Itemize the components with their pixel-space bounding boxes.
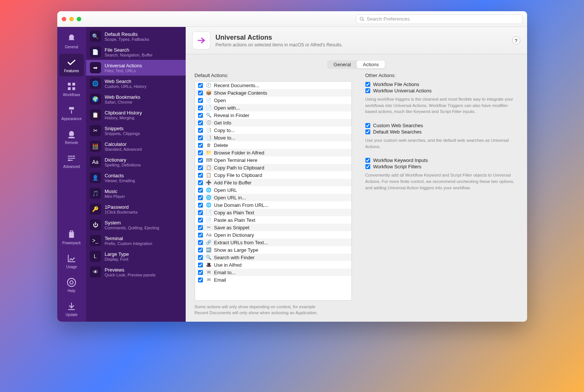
action-row[interactable]: 📄Open with... (195, 104, 352, 111)
action-row[interactable]: 🗑Delete (195, 141, 352, 149)
action-row[interactable]: 📋Copy File to Clipboard (195, 171, 352, 179)
other-action-row[interactable]: Workflow Keyword Inputs (365, 157, 518, 163)
action-row[interactable]: 📦Show Package Contents (195, 89, 352, 97)
action-checkbox[interactable] (198, 248, 203, 252)
action-row[interactable]: 🔤Show as Large Type (195, 246, 352, 254)
action-checkbox[interactable] (198, 158, 203, 163)
sidebar-main-powerpack[interactable]: Powerpack (59, 226, 84, 248)
sidebar-item-default-results[interactable]: 🔍Default ResultsScope, Types, Fallbacks (86, 28, 186, 44)
other-action-checkbox[interactable] (365, 123, 370, 128)
action-checkbox[interactable] (198, 135, 203, 140)
action-row[interactable]: ✉Email (195, 276, 352, 284)
action-row[interactable]: ⓘGet Info (195, 119, 352, 126)
other-action-row[interactable]: Workflow Script Filters (365, 163, 518, 170)
action-checkbox[interactable] (198, 91, 203, 95)
sidebar-main-workflows[interactable]: Workflows (59, 78, 84, 100)
sidebar-item-clipboard-history[interactable]: 📋Clipboard HistoryHistory, Merging (86, 107, 186, 123)
action-checkbox[interactable] (198, 255, 203, 260)
sidebar-item-file-search[interactable]: 📄File SearchSearch, Navigation, Buffer (86, 44, 186, 60)
sidebar-item-dictionary[interactable]: AaDictionarySpelling, Definitions (86, 154, 186, 170)
action-row[interactable]: ✉Email to... (195, 269, 352, 276)
action-checkbox[interactable] (198, 240, 203, 245)
sidebar-main-general[interactable]: General (59, 30, 84, 52)
sidebar-item-previews[interactable]: 👁PreviewsQuick Look, Preview panels (86, 264, 186, 280)
action-row[interactable]: 📄Open (195, 97, 352, 104)
sidebar-main-usage[interactable]: Usage (59, 250, 84, 272)
other-action-row[interactable]: Workflow File Actions (365, 81, 518, 88)
default-actions-list[interactable]: 🕘Recent Documents...📦Show Package Conten… (195, 81, 352, 301)
sidebar-main-features[interactable]: Features (59, 54, 84, 76)
action-row[interactable]: 📄Copy as Plain Text (195, 209, 352, 216)
action-checkbox[interactable] (198, 113, 203, 118)
other-action-row[interactable]: Default Web Searches (365, 129, 518, 135)
tab-actions[interactable]: Actions (357, 61, 385, 68)
sidebar-main-remote[interactable]: Remote (59, 126, 84, 148)
sidebar-item-snippets[interactable]: ✂SnippetsSnippets, Clippings (86, 123, 186, 138)
sidebar-item-terminal[interactable]: >_TerminalPrefix, Custom Integration (86, 233, 186, 248)
sidebar-item-calculator[interactable]: 🧮CalculatorStandard, Advanced (86, 138, 186, 154)
action-checkbox[interactable] (198, 210, 203, 215)
sidebar-item-1password[interactable]: 🔑1Password1Click Bookmarks (86, 201, 186, 217)
close-window-button[interactable] (62, 17, 66, 21)
action-checkbox[interactable] (198, 165, 203, 170)
action-checkbox[interactable] (198, 270, 203, 275)
other-action-checkbox[interactable] (365, 82, 370, 87)
action-row[interactable]: 🔍Reveal in Finder (195, 111, 352, 119)
sidebar-item-contacts[interactable]: 👤ContactsViewer, Emailing (86, 170, 186, 186)
action-checkbox[interactable] (198, 98, 203, 103)
action-row[interactable]: ➕Add File to Buffer (195, 179, 352, 186)
action-row[interactable]: 📑Move to... (195, 134, 352, 141)
other-action-checkbox[interactable] (365, 88, 370, 93)
action-checkbox[interactable] (198, 195, 203, 200)
action-checkbox[interactable] (198, 83, 203, 88)
action-checkbox[interactable] (198, 225, 203, 230)
action-checkbox[interactable] (198, 218, 203, 223)
sidebar-main-appearance[interactable]: Appearance (59, 102, 84, 124)
action-checkbox[interactable] (198, 128, 203, 133)
action-row[interactable]: 🔗Extract URLs from Text... (195, 239, 352, 246)
action-row[interactable]: ⌨Open Terminal Here (195, 156, 352, 164)
action-row[interactable]: 🕘Recent Documents... (195, 82, 352, 89)
action-checkbox[interactable] (198, 180, 203, 185)
action-checkbox[interactable] (198, 233, 203, 238)
action-row[interactable]: 🌐Open URL (195, 186, 352, 194)
action-row[interactable]: 📄Paste as Plain Text (195, 216, 352, 224)
sidebar-item-web-search[interactable]: 🌐Web SearchCustom, URLs, History (86, 76, 186, 91)
minimize-window-button[interactable] (69, 17, 74, 21)
sidebar-item-universal-actions[interactable]: ➡Universal ActionsFiles, Text, URLs (86, 60, 186, 76)
action-checkbox[interactable] (198, 105, 203, 110)
action-row[interactable]: 🔍Search with Finder (195, 254, 352, 261)
action-row[interactable]: 🌐Open URL in... (195, 194, 352, 201)
other-action-checkbox[interactable] (365, 158, 370, 163)
sidebar-main-help[interactable]: Help (59, 274, 84, 296)
other-action-checkbox[interactable] (365, 164, 370, 169)
action-checkbox[interactable] (198, 173, 203, 178)
action-row[interactable]: 📑Copy to... (195, 126, 352, 134)
action-checkbox[interactable] (198, 120, 203, 125)
other-action-row[interactable]: Workflow Universal Actions (365, 88, 518, 94)
search-preferences-field[interactable]: Search Preferences (356, 14, 523, 24)
zoom-window-button[interactable] (77, 17, 81, 21)
other-action-checkbox[interactable] (365, 129, 370, 134)
action-row[interactable]: ✂Save as Snippet (195, 224, 352, 231)
sidebar-item-web-bookmarks[interactable]: 🌍Web BookmarksSafari, Chrome (86, 91, 186, 107)
action-row[interactable]: 🌐Use Domain From URL... (195, 201, 352, 209)
sidebar-item-system[interactable]: ⏻SystemCommands, Quitting, Ejecting (86, 217, 186, 233)
sidebar-item-music[interactable]: 🎵MusicMini Player (86, 186, 186, 201)
sidebar-item-large-type[interactable]: LLarge TypeDisplay, Font (86, 248, 186, 264)
tab-general[interactable]: General (328, 61, 357, 68)
sidebar-main-update[interactable]: Update (59, 298, 84, 320)
action-row[interactable]: 📁Browse Folder in Alfred (195, 149, 352, 156)
action-checkbox[interactable] (198, 188, 203, 193)
other-action-row[interactable]: Custom Web Searches (365, 122, 518, 129)
sidebar-main-advanced[interactable]: Advanced (59, 150, 84, 172)
action-checkbox[interactable] (198, 278, 203, 282)
action-row[interactable]: 🎩Use in Alfred (195, 261, 352, 269)
help-button[interactable]: ? (512, 36, 520, 45)
action-row[interactable]: 📋Copy Path to Clipboard (195, 164, 352, 171)
action-checkbox[interactable] (198, 150, 203, 155)
action-checkbox[interactable] (198, 203, 203, 208)
action-row[interactable]: AaOpen in Dictionary (195, 231, 352, 239)
action-checkbox[interactable] (198, 143, 203, 148)
action-checkbox[interactable] (198, 263, 203, 267)
